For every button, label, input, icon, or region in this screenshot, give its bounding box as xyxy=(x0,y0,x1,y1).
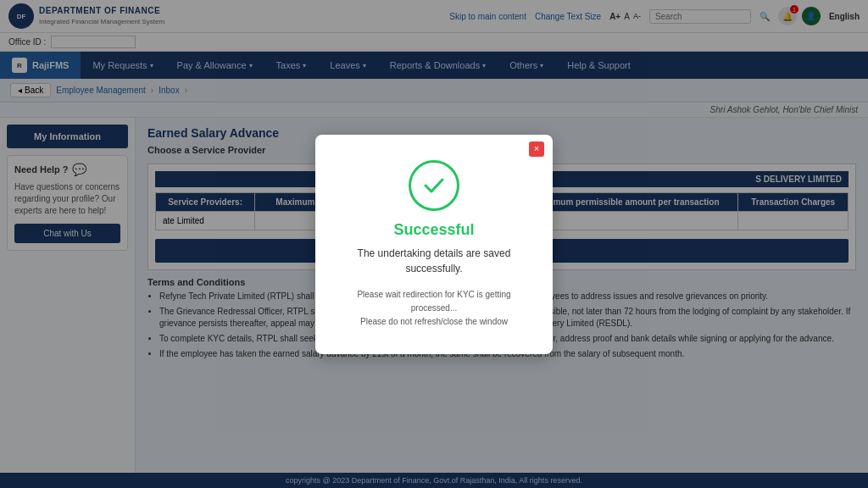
modal-info: Please wait redirection for KYC is getti… xyxy=(349,288,519,329)
success-modal: × Successful The undertaking details are… xyxy=(315,135,553,354)
modal-message: The undertaking details are saved succes… xyxy=(349,246,519,276)
checkmark-svg xyxy=(420,172,448,199)
success-icon xyxy=(409,160,459,211)
modal-title: Successful xyxy=(349,221,519,239)
modal-info-line1: Please wait redirection for KYC is getti… xyxy=(349,288,519,315)
modal-close-button[interactable]: × xyxy=(529,141,544,157)
modal-info-line2: Please do not refresh/close the window xyxy=(349,315,519,329)
modal-overlay: × Successful The undertaking details are… xyxy=(0,0,868,488)
